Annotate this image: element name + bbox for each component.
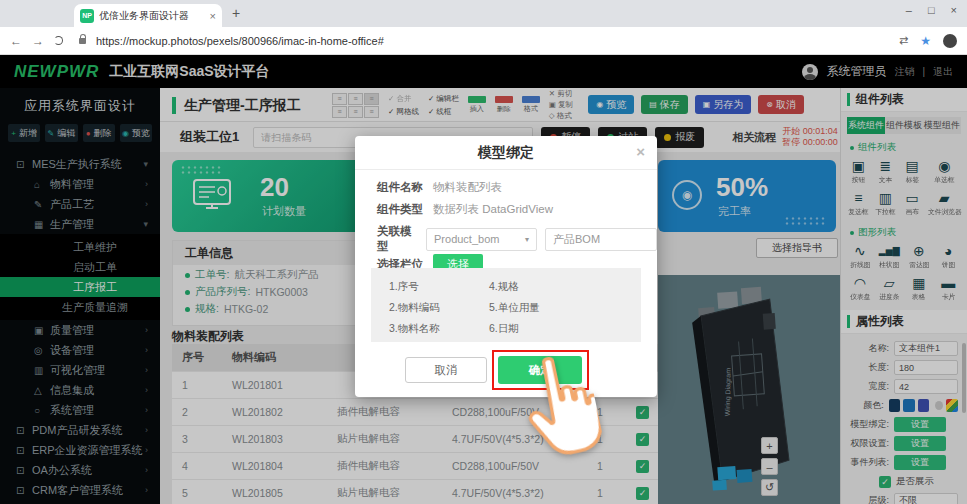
url-text[interactable]: https://mockup.photos/pexels/800966/imac… bbox=[96, 35, 384, 47]
browser-profile-icon[interactable] bbox=[943, 34, 957, 48]
browser-url-bar: ← → https://mockup.photos/pexels/800966/… bbox=[0, 27, 967, 55]
selected-fields-box: 1.序号 2.物料编码 3.物料名称 4.规格 5.单位用量 6.日期 bbox=[371, 268, 641, 342]
bookmark-star-icon[interactable]: ★ bbox=[920, 34, 931, 48]
forward-icon[interactable]: → bbox=[32, 34, 44, 48]
back-icon[interactable]: ← bbox=[10, 34, 22, 48]
modal-title: 模型绑定× bbox=[355, 136, 657, 170]
model-alias-input[interactable] bbox=[545, 228, 657, 251]
field-item: 5.单位用量 bbox=[489, 297, 540, 318]
favicon: NP bbox=[80, 9, 94, 23]
model-binding-modal: 模型绑定× 组件名称物料装配列表 组件类型数据列表 DataGridView 关… bbox=[355, 136, 657, 397]
caret-down-icon: ▾ bbox=[525, 235, 529, 244]
field-item: 6.日期 bbox=[489, 318, 540, 339]
browser-tab[interactable]: NP 优倍业务界面设计器 × bbox=[74, 4, 222, 27]
screen: NP 优倍业务界面设计器 × + – □ × ← → https://mocku… bbox=[0, 0, 967, 504]
modal-cancel-button[interactable]: 取消 bbox=[405, 357, 487, 383]
window-close-icon[interactable]: × bbox=[951, 4, 957, 16]
refresh-icon[interactable] bbox=[54, 36, 63, 45]
field-item: 3.物料名称 bbox=[389, 318, 440, 339]
field-item: 2.物料编码 bbox=[389, 297, 440, 318]
tab-title: 优倍业务界面设计器 bbox=[99, 9, 205, 23]
field-item: 4.规格 bbox=[489, 276, 540, 297]
translate-icon[interactable]: ⇄ bbox=[899, 34, 908, 47]
component-type-value: 数据列表 DataGridView bbox=[433, 202, 553, 217]
close-icon[interactable]: × bbox=[636, 143, 645, 160]
browser-tab-strip: NP 优倍业务界面设计器 × + – □ × bbox=[0, 0, 967, 27]
field-item: 1.序号 bbox=[389, 276, 440, 297]
new-tab-button[interactable]: + bbox=[232, 5, 240, 21]
tab-close-icon[interactable]: × bbox=[210, 10, 216, 22]
lock-icon bbox=[79, 38, 86, 44]
window-maximize-icon[interactable]: □ bbox=[928, 4, 935, 16]
model-select[interactable]: Product_bom▾ bbox=[426, 228, 537, 251]
component-name-value: 物料装配列表 bbox=[433, 180, 502, 195]
window-minimize-icon[interactable]: – bbox=[906, 4, 912, 16]
